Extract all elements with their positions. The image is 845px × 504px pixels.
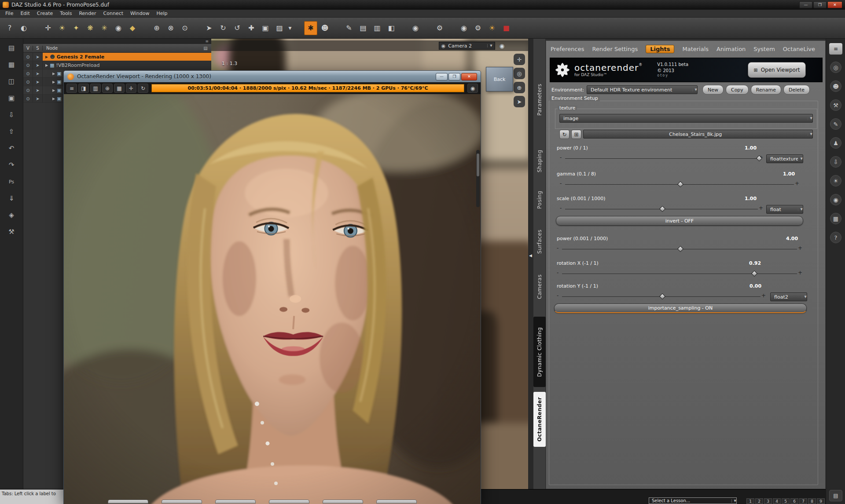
bottom-tab-stub[interactable] [376, 500, 417, 504]
column-selectable[interactable]: S [33, 46, 43, 51]
param-type-dropdown[interactable]: float ▼ [766, 205, 803, 214]
pick-focus-icon[interactable]: ⊕ [102, 84, 113, 93]
create-prop-icon[interactable]: ⊙ [178, 21, 191, 35]
selection-cursor-icon[interactable]: ➤ [33, 78, 43, 86]
octane-live-tool-icon[interactable]: ✱ [304, 21, 317, 35]
menu-edit[interactable]: Edit [17, 11, 33, 16]
minimize-button[interactable]: — [436, 73, 448, 80]
page-button-2[interactable]: 2 [755, 498, 763, 504]
visibility-eye-icon[interactable]: ⊙ [23, 86, 33, 94]
help-panel-icon[interactable]: ? [830, 232, 841, 243]
figure-mode-icon[interactable]: ☻ [318, 21, 331, 35]
rotate-tool-icon[interactable]: ↻ [217, 21, 230, 35]
open-scene-icon[interactable]: ▦ [6, 60, 17, 69]
visibility-eye-icon[interactable]: ⊙ [23, 95, 33, 102]
param-slider[interactable]: - + [560, 156, 763, 161]
create-spotlight-icon[interactable]: ❋ [84, 21, 97, 35]
selection-cursor-icon[interactable]: ➤ [33, 86, 43, 94]
slider-handle[interactable] [659, 206, 665, 212]
environment-new-button[interactable]: New [702, 85, 724, 95]
drawstyle-sphere-icon[interactable]: ◉ [500, 43, 504, 49]
page-button-6[interactable]: 6 [790, 498, 798, 504]
surfaces-panel-icon[interactable]: ▦ [830, 213, 841, 224]
param-slider[interactable]: - + [560, 182, 799, 187]
slider-minus-icon[interactable]: - [560, 154, 562, 161]
visibility-eye-icon[interactable]: ⊙ [23, 78, 33, 86]
slider-handle[interactable] [677, 246, 683, 252]
menu-connect[interactable]: Connect [100, 11, 127, 16]
create-distant-light-icon[interactable]: ✦ [70, 21, 83, 35]
side-tab-shaping[interactable]: Shaping [533, 144, 546, 178]
view-nav-cube[interactable]: Back [486, 67, 513, 91]
selection-cursor-icon[interactable]: ➤ [33, 61, 43, 69]
scene-gear-icon[interactable]: ⚙ [433, 21, 446, 35]
render-queue-icon[interactable]: ⚒ [6, 227, 17, 237]
zoom-view-icon[interactable]: ⊕ [514, 82, 525, 93]
environment-delete-button[interactable]: Delete [783, 85, 810, 95]
octane-tab-materials[interactable]: Materials [682, 46, 709, 52]
pan-view-icon[interactable]: ✛ [514, 54, 525, 65]
grid-overlay-icon[interactable]: ▦ [114, 84, 125, 93]
install-content-icon[interactable]: ◈ [6, 210, 17, 220]
param-slider[interactable]: - + [557, 294, 766, 299]
panel-menu-icon[interactable]: ≡ [829, 43, 842, 55]
lights-panel-icon[interactable]: ☀ [830, 175, 841, 186]
film-gate-icon[interactable]: ▥ [90, 84, 101, 93]
octane-tab-animation[interactable]: Animation [716, 46, 746, 52]
create-camera-icon[interactable]: ◉ [112, 21, 125, 35]
visibility-eye-icon[interactable]: ⊙ [23, 69, 33, 77]
side-tab-surfaces[interactable]: Surfaces [533, 226, 546, 257]
menu-file[interactable]: File [2, 11, 17, 16]
expand-icon[interactable]: ▶ [52, 72, 55, 76]
side-tab-posing[interactable]: Posing [533, 186, 546, 214]
expand-icon[interactable]: ▶ [52, 88, 55, 92]
bottom-tab-stub[interactable] [108, 500, 148, 504]
figure-setup-icon[interactable]: ♟ [830, 137, 841, 149]
param-slider[interactable]: - + [557, 246, 802, 252]
create-light-icon[interactable]: ☀ [55, 21, 69, 35]
page-button-8[interactable]: 8 [808, 498, 816, 504]
content-download-icon[interactable]: ⇩ [830, 156, 841, 168]
slider-minus-icon[interactable]: - [557, 245, 558, 251]
node-list-icon[interactable]: ◐ [17, 21, 30, 35]
pan-render-icon[interactable]: ✛ [126, 84, 136, 93]
param-slider[interactable]: - + [557, 271, 802, 276]
page-button-5[interactable]: 5 [782, 498, 790, 504]
close-button[interactable]: ✕ [461, 73, 477, 80]
tool-settings-icon[interactable]: ⚒ [830, 99, 841, 111]
orbit-view-icon[interactable]: ◎ [514, 68, 525, 79]
frame-tool-icon[interactable]: ▣ [259, 21, 272, 35]
render-frame-icon[interactable]: ◉ [409, 21, 422, 35]
create-point-light-icon[interactable]: ✳ [98, 21, 111, 35]
scale-tool-icon[interactable]: ▨ [273, 21, 286, 35]
undo-icon[interactable]: ↶ [6, 143, 17, 153]
octane-tab-render-settings[interactable]: Render Settings [592, 46, 638, 52]
cameras-panel-icon[interactable]: ◉ [830, 194, 841, 205]
side-tab-dynamic-clothing[interactable]: Dynamic Clothing [533, 317, 546, 387]
surface-paint-icon[interactable]: ✎ [342, 21, 356, 35]
expand-icon[interactable]: ▶ [52, 97, 55, 101]
expand-icon[interactable]: ▶ [52, 80, 55, 84]
uv-view-icon[interactable]: ▥ [371, 21, 384, 35]
minimize-button[interactable]: — [799, 1, 812, 8]
collapse-arrow-icon[interactable]: ◀ [529, 253, 532, 258]
visibility-eye-icon[interactable]: ⊙ [23, 61, 33, 69]
bottom-tab-stub[interactable] [269, 500, 309, 504]
viewport-scrollbar[interactable] [476, 150, 480, 207]
browse-texture-button[interactable]: ⊞ [571, 130, 581, 139]
bottom-dock-icon[interactable]: ▤ [829, 490, 842, 501]
selection-cursor-icon[interactable]: ➤ [33, 53, 43, 61]
create-null-icon[interactable]: ⊕ [150, 21, 163, 35]
scene-list-menu-icon[interactable]: ▤ [200, 46, 211, 51]
render-settings-icon[interactable]: ◧ [385, 21, 398, 35]
close-button[interactable]: ✕ [827, 1, 842, 8]
snapshot-camera-icon[interactable]: ◉ [467, 84, 478, 93]
octane-render-icon[interactable]: ☀ [485, 21, 499, 35]
bottom-tab-stub[interactable] [215, 500, 256, 504]
create-figure-icon[interactable]: ✛ [41, 21, 55, 35]
camera-selector[interactable]: ◉ Camera 2 ▼ [439, 42, 495, 50]
side-tab-parameters[interactable]: Parameters [533, 75, 546, 124]
settings-gear-icon[interactable]: ⚙ [471, 21, 485, 35]
slider-plus-icon[interactable]: + [798, 270, 802, 276]
translate-tool-icon[interactable]: ✚ [245, 21, 258, 35]
